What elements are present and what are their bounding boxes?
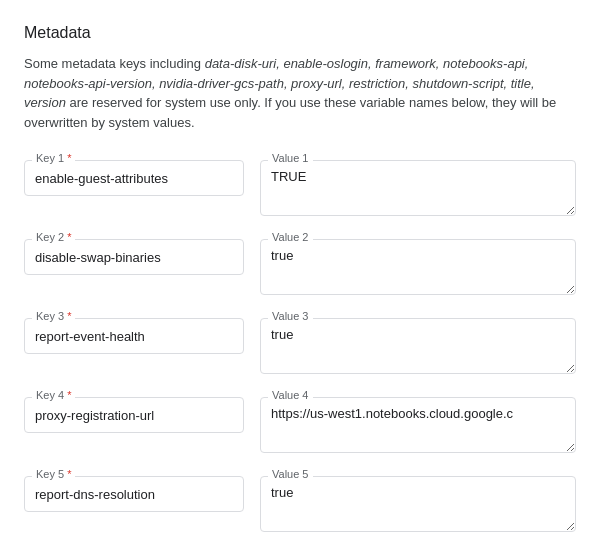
value-group-4: Value 4 bbox=[260, 389, 576, 456]
metadata-row: Key 1 *Value 1 bbox=[24, 152, 576, 219]
value-label-1: Value 1 bbox=[268, 152, 313, 164]
key-group-3: Key 3 * bbox=[24, 310, 244, 354]
key-group-1: Key 1 * bbox=[24, 152, 244, 196]
value-input-4[interactable] bbox=[260, 397, 576, 453]
section-title: Metadata bbox=[24, 24, 576, 42]
key-input-4[interactable] bbox=[24, 397, 244, 433]
key-label-3: Key 3 * bbox=[32, 310, 75, 322]
metadata-row: Key 5 *Value 5 bbox=[24, 468, 576, 535]
value-input-1[interactable] bbox=[260, 160, 576, 216]
metadata-row: Key 3 *Value 3 bbox=[24, 310, 576, 377]
metadata-row: Key 4 *Value 4 bbox=[24, 389, 576, 456]
key-input-5[interactable] bbox=[24, 476, 244, 512]
key-group-4: Key 4 * bbox=[24, 389, 244, 433]
key-input-2[interactable] bbox=[24, 239, 244, 275]
value-label-2: Value 2 bbox=[268, 231, 313, 243]
value-group-1: Value 1 bbox=[260, 152, 576, 219]
value-group-3: Value 3 bbox=[260, 310, 576, 377]
value-group-5: Value 5 bbox=[260, 468, 576, 535]
key-input-3[interactable] bbox=[24, 318, 244, 354]
key-label-4: Key 4 * bbox=[32, 389, 75, 401]
key-label-5: Key 5 * bbox=[32, 468, 75, 480]
value-group-2: Value 2 bbox=[260, 231, 576, 298]
value-label-3: Value 3 bbox=[268, 310, 313, 322]
key-input-1[interactable] bbox=[24, 160, 244, 196]
key-label-2: Key 2 * bbox=[32, 231, 75, 243]
value-label-5: Value 5 bbox=[268, 468, 313, 480]
value-input-2[interactable] bbox=[260, 239, 576, 295]
key-group-2: Key 2 * bbox=[24, 231, 244, 275]
value-input-3[interactable] bbox=[260, 318, 576, 374]
description-text: Some metadata keys including data-disk-u… bbox=[24, 54, 576, 132]
value-label-4: Value 4 bbox=[268, 389, 313, 401]
metadata-row: Key 2 *Value 2 bbox=[24, 231, 576, 298]
value-input-5[interactable] bbox=[260, 476, 576, 532]
metadata-rows: Key 1 *Value 1Key 2 *Value 2Key 3 *Value… bbox=[24, 152, 576, 535]
key-group-5: Key 5 * bbox=[24, 468, 244, 512]
key-label-1: Key 1 * bbox=[32, 152, 75, 164]
